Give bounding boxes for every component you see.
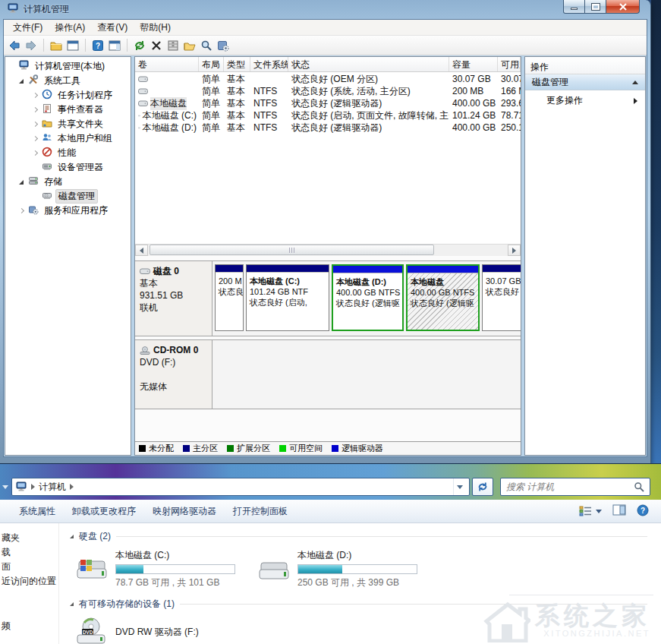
nav-history-dropdown[interactable]: [2, 478, 9, 496]
panel-icon[interactable]: [108, 39, 121, 52]
legend-swatch: [183, 445, 190, 452]
minimize-button[interactable]: [563, 0, 585, 14]
sidebar-item-downloads[interactable]: 载: [0, 545, 58, 560]
actions-group-disk-management[interactable]: 磁盘管理: [525, 74, 645, 90]
chevron-down-icon: [457, 485, 463, 489]
open-folder-icon[interactable]: [183, 39, 197, 52]
partition-oem[interactable]: 30.07 GB状态良好 (OEM: [482, 264, 521, 331]
partition-local-disk-selected[interactable]: 本地磁盘400.00 GB NTFS状态良好 (逻辑驱: [406, 264, 480, 331]
forward-icon[interactable]: [24, 39, 38, 52]
help-icon: ?: [637, 504, 649, 516]
tree-item-event-viewer[interactable]: 事件查看器: [7, 103, 131, 117]
title-bar[interactable]: 计算机管理: [3, 0, 647, 19]
tree-item-performance[interactable]: 性能: [7, 146, 131, 160]
collapsed-icon[interactable]: [32, 136, 37, 141]
help-icon[interactable]: ?: [91, 39, 105, 52]
map-network-drive-button[interactable]: 映射网络驱动器: [144, 501, 225, 522]
partition-c[interactable]: 本地磁盘 (C:)101.24 GB NTF状态良好 (启动,: [246, 264, 329, 331]
tree-item-services-applications[interactable]: 服务和应用程序: [7, 204, 131, 218]
disk-0-header[interactable]: 磁盘 0 基本 931.51 GB 联机: [135, 261, 212, 336]
expanded-icon[interactable]: [19, 79, 24, 84]
open-control-panel-button[interactable]: 打开控制面板: [225, 501, 296, 522]
console-settings-icon[interactable]: [216, 39, 230, 52]
chevron-down-icon: [2, 485, 8, 489]
drive-c-tile[interactable]: 本地磁盘 (C:) 78.7 GB 可用 , 共 101 GB: [74, 549, 249, 589]
scrollbar-track[interactable]: [148, 245, 508, 256]
menu-action[interactable]: 操作(A): [49, 20, 91, 36]
col-volume[interactable]: 卷: [135, 57, 199, 71]
col-capacity[interactable]: 容量: [449, 57, 498, 71]
search-placeholder: 搜索 计算机: [506, 481, 554, 494]
volume-row[interactable]: 本地磁盘 (D:) 简单基本NTFS状态良好 (逻辑驱动器)400.00 GB2…: [135, 121, 521, 133]
scrollbar-thumb[interactable]: [150, 245, 434, 255]
tree-item-device-manager[interactable]: 设备管理器: [7, 160, 131, 175]
partition-d[interactable]: 本地磁盘 (D:)400.00 GB NTFS状态良好 (逻辑驱: [332, 264, 404, 331]
preview-pane-button[interactable]: [612, 504, 626, 518]
tree-item-shared-folders[interactable]: 共享文件夹: [7, 117, 131, 131]
menu-view[interactable]: 查看(V): [91, 20, 134, 36]
change-view-button[interactable]: [579, 505, 602, 517]
col-layout[interactable]: 布局: [199, 57, 224, 71]
clock-icon: [42, 89, 52, 102]
search-icon[interactable]: [634, 481, 644, 492]
search-icon[interactable]: [200, 39, 213, 52]
tree-item-task-scheduler[interactable]: 任务计划程序: [7, 88, 131, 103]
scroll-left-button[interactable]: [135, 245, 148, 256]
breadcrumb-computer[interactable]: 计算机: [39, 481, 66, 494]
col-type[interactable]: 类型: [224, 57, 250, 71]
col-filesystem[interactable]: 文件系统: [250, 57, 288, 71]
partition-system-reserved[interactable]: 200 M状态良: [215, 264, 244, 331]
back-icon[interactable]: [8, 39, 21, 52]
sidebar-item-favorites[interactable]: 藏夹: [0, 531, 58, 545]
collapsed-icon[interactable]: [32, 107, 37, 112]
collapsed-icon[interactable]: [18, 208, 24, 213]
search-input[interactable]: 搜索 计算机: [500, 478, 650, 496]
menu-help[interactable]: 帮助(H): [134, 20, 177, 36]
properties-icon[interactable]: [166, 39, 180, 52]
collapsed-icon[interactable]: [32, 122, 37, 127]
breadcrumb-arrow-icon[interactable]: [70, 484, 74, 490]
cdrom-row: CD-ROM 0 DVD (F:) 无媒体: [135, 339, 521, 409]
tree-item-system-tools[interactable]: 系统工具: [7, 74, 131, 88]
section-collapse-icon[interactable]: [70, 602, 74, 606]
menu-file[interactable]: 文件(F): [7, 20, 49, 36]
collapsed-icon[interactable]: [32, 150, 37, 156]
disk-size: 931.51 GB: [140, 289, 209, 301]
expanded-icon[interactable]: [19, 180, 24, 185]
folder-icon[interactable]: [49, 39, 63, 52]
help-button[interactable]: ?: [637, 504, 649, 519]
system-properties-button[interactable]: 系统属性: [11, 501, 64, 522]
refresh-button[interactable]: [472, 478, 493, 496]
sidebar-item-recent-places[interactable]: 近访问的位置: [0, 574, 58, 589]
drive-d-tile[interactable]: 本地磁盘 (D:) 250 GB 可用 , 共 399 GB: [257, 549, 431, 589]
maximize-button[interactable]: [584, 0, 606, 14]
tree-item-local-users-groups[interactable]: 本地用户和组: [7, 131, 131, 146]
svg-text:?: ?: [96, 42, 100, 50]
explorer-window: 计算机 搜索 计算机 系统属性 卸载或更改程序 映射网络驱动器 打开控制面板 ?: [0, 463, 661, 644]
close-button[interactable]: [606, 0, 640, 14]
console-window-icon[interactable]: [66, 39, 80, 52]
col-status[interactable]: 状态: [288, 57, 449, 71]
scroll-right-button[interactable]: [508, 245, 521, 256]
sidebar-item-videos[interactable]: 频: [0, 619, 58, 633]
tree-item-root[interactable]: 计算机管理(本地): [7, 59, 131, 74]
collapsed-icon[interactable]: [32, 93, 37, 98]
tree-item-storage[interactable]: 存储: [7, 175, 131, 189]
uninstall-program-button[interactable]: 卸载或更改程序: [64, 501, 144, 522]
section-collapse-icon[interactable]: [70, 535, 74, 538]
section-hard-disks[interactable]: 硬盘 (2): [70, 529, 647, 543]
sidebar-item-desktop[interactable]: 面: [0, 560, 58, 574]
items-view: 硬盘 (2) 本地磁盘 (C:) 78.7 GB 可用 , 共: [59, 523, 661, 644]
col-free-space[interactable]: 可用空: [498, 57, 521, 71]
breadcrumb-arrow-icon[interactable]: [31, 484, 35, 490]
preview-pane-icon: [612, 504, 626, 516]
collapse-icon[interactable]: [632, 80, 638, 84]
tree-item-disk-management[interactable]: 磁盘管理: [7, 189, 131, 204]
horizontal-scrollbar[interactable]: [135, 244, 521, 256]
address-dropdown[interactable]: [453, 478, 465, 495]
delete-icon[interactable]: [150, 39, 163, 52]
refresh-icon[interactable]: [133, 39, 146, 52]
cdrom-header[interactable]: CD-ROM 0 DVD (F:) 无媒体: [135, 340, 212, 409]
address-bar[interactable]: 计算机: [11, 478, 470, 496]
more-actions[interactable]: 更多操作: [525, 90, 645, 111]
